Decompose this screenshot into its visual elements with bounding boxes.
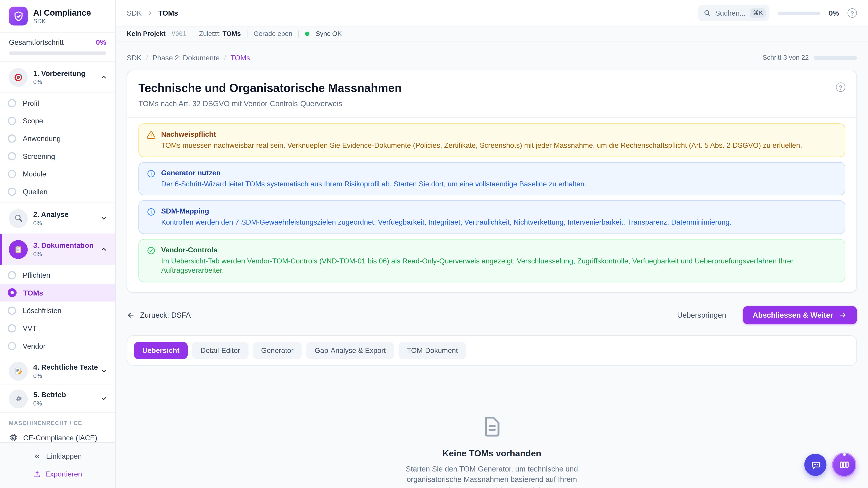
sidebar-section-vorbereitung[interactable]: 1. Vorbereitung 0% <box>0 62 115 93</box>
section-title: 4. Rechtliche Texte <box>33 363 95 371</box>
page-subtitle: TOMs nach Art. 32 DSGVO mit Vendor-Contr… <box>138 100 402 108</box>
sidebar-item-anwendung[interactable]: Anwendung <box>0 129 115 147</box>
sidebar-item-screening[interactable]: Screening <box>0 147 115 165</box>
check-circle-icon <box>147 246 156 255</box>
tab-detail-editor[interactable]: Detail-Editor <box>192 342 248 359</box>
radio-circle-icon <box>8 152 16 160</box>
alert-title: Vendor-Controls <box>161 246 837 254</box>
radio-circle-icon <box>8 99 16 107</box>
wizard-nav-row: Zurueck: DSFA Ueberspringen Abschliessen… <box>127 306 857 324</box>
columns-fab-button[interactable] <box>832 453 857 477</box>
breadcrumb-root[interactable]: SDK <box>127 9 142 17</box>
sidebar-item-loeschfristen[interactable]: Löschfristen <box>0 302 115 319</box>
section-pct: 0% <box>33 400 66 407</box>
sidebar-section-dokumentation[interactable]: 3. Dokumentation 0% <box>0 234 115 265</box>
sidebar-item-quellen[interactable]: Quellen <box>0 183 115 200</box>
header-progress-bar <box>778 11 820 15</box>
sidebar-item-toms[interactable]: TOMs <box>0 284 115 301</box>
divider <box>298 30 299 37</box>
page-crumb-phase[interactable]: Phase 2: Dokumente <box>152 53 219 62</box>
arrow-right-icon <box>839 311 847 319</box>
radio-circle-icon <box>8 187 16 196</box>
project-name: Kein Projekt <box>127 30 166 37</box>
page-breadcrumb: SDK / Phase 2: Dokumente / TOMs Schritt … <box>127 51 857 64</box>
last-visited: Zuletzt:TOMs <box>199 30 241 37</box>
next-label: Abschliessen & Weiter <box>753 311 833 319</box>
page-crumb-sdk[interactable]: SDK <box>127 53 142 62</box>
page-title: Technische und Organisatorische Massnahm… <box>138 81 402 95</box>
section-dokumentation-items: Pflichten TOMs Löschfristen VVT Vendor <box>0 265 115 357</box>
sidebar-section-betrieb[interactable]: 5. Betrieb 0% <box>0 385 115 413</box>
sidebar-item-ce-compliance[interactable]: CE-Compliance (IACE) <box>0 429 115 442</box>
sync-status-label: Sync OK <box>315 30 342 37</box>
arrow-left-icon <box>127 311 135 319</box>
chat-fab-button[interactable] <box>804 454 827 476</box>
section-pct: 0% <box>33 220 68 226</box>
search-input[interactable]: Suchen... ⌘K <box>698 5 770 21</box>
sidebar: AI Compliance SDK Gesamtfortschritt 0% 1… <box>0 0 116 488</box>
sidebar-section-analyse[interactable]: 2. Analyse 0% <box>0 203 115 234</box>
overall-progress-bar <box>9 52 106 55</box>
toms-card: Technische und Organisatorische Massnahm… <box>127 70 857 293</box>
app-logo-row: AI Compliance SDK <box>0 0 115 33</box>
step-progress-bar <box>814 56 857 59</box>
memo-icon <box>9 361 28 380</box>
skip-button[interactable]: Ueberspringen <box>674 311 730 320</box>
export-button[interactable]: Exportieren <box>0 465 115 483</box>
section-title: 2. Analyse <box>33 210 68 219</box>
radio-circle-icon <box>8 306 16 315</box>
alert-text: Im Uebersicht-Tab werden Vendor-TOM-Cont… <box>161 256 837 275</box>
breadcrumb: SDK TOMs <box>127 9 178 17</box>
sidebar-section-rechtliche-texte[interactable]: 4. Rechtliche Texte 0% <box>0 357 115 385</box>
help-icon[interactable]: ? <box>836 83 845 92</box>
overall-progress-label: Gesamtfortschritt <box>9 38 64 46</box>
sidebar-item-pflichten[interactable]: Pflichten <box>0 266 115 284</box>
app-window: AI Compliance SDK Gesamtfortschritt 0% 1… <box>0 0 868 488</box>
card-header: Technische und Organisatorische Massnahm… <box>127 70 856 118</box>
sidebar-item-scope[interactable]: Scope <box>0 112 115 129</box>
radio-circle-icon <box>8 134 16 142</box>
step-label: Schritt 3 von 22 <box>763 54 809 61</box>
chevron-down-icon <box>100 215 107 222</box>
keyboard-shortcut-badge: ⌘K <box>750 8 766 18</box>
chip-icon <box>9 433 18 442</box>
collapse-sidebar-button[interactable]: Einklappen <box>0 447 115 465</box>
chevron-right-icon <box>147 10 153 16</box>
group-label-maschinenrecht: MASCHINENRECHT / CE <box>0 413 115 429</box>
main-area: SDK TOMs Suchen... ⌘K 0% ? <box>116 0 868 488</box>
last-saved-time: Gerade eben <box>254 30 292 37</box>
alerts-list: Nachweispflicht TOMs muessen nachweisbar… <box>127 118 856 292</box>
section-pct: 0% <box>33 372 95 379</box>
divider <box>192 30 193 37</box>
radio-circle-icon <box>8 170 16 178</box>
sidebar-item-vendor[interactable]: Vendor <box>0 337 115 355</box>
alert-title: SDM-Mapping <box>161 207 732 216</box>
double-chevron-left-icon <box>33 452 41 460</box>
ce-compliance-label: CE-Compliance (IACE) <box>23 433 97 442</box>
page-crumb-current: TOMs <box>230 53 250 62</box>
statusbar: Kein Projekt V001 Zuletzt:TOMs Gerade eb… <box>116 27 868 41</box>
empty-state-text: Starten Sie den TOM Generator, um techni… <box>397 464 587 488</box>
alert-generator-nutzen: Generator nutzen Der 6-Schritt-Wizard le… <box>138 162 845 195</box>
tab-tom-dokument[interactable]: TOM-Dokument <box>399 342 466 359</box>
breadcrumb-separator: / <box>224 53 226 62</box>
sidebar-item-vvt[interactable]: VVT <box>0 319 115 337</box>
tab-generator[interactable]: Generator <box>253 342 302 359</box>
tab-gap-analyse-export[interactable]: Gap-Analyse & Export <box>306 342 394 359</box>
chevron-up-icon <box>100 246 107 253</box>
alert-text: Kontrollen werden den 7 SDM-Gewaehrleist… <box>161 218 732 227</box>
sync-status-dot <box>305 32 310 36</box>
radio-circle-icon <box>8 117 16 125</box>
help-icon[interactable]: ? <box>847 8 857 18</box>
chevron-up-icon <box>100 74 107 81</box>
sidebar-item-module[interactable]: Module <box>0 165 115 183</box>
alert-title: Generator nutzen <box>161 168 587 177</box>
alert-text: Der 6-Schritt-Wizard leitet TOMs systema… <box>161 179 587 189</box>
tab-uebersicht[interactable]: Uebersicht <box>134 342 188 359</box>
complete-next-button[interactable]: Abschliessen & Weiter <box>743 306 857 324</box>
section-vorbereitung-items: Profil Scope Anwendung Screening Module … <box>0 93 115 203</box>
document-icon <box>479 414 505 440</box>
back-button[interactable]: Zurueck: DSFA <box>127 311 191 319</box>
sidebar-item-profil[interactable]: Profil <box>0 94 115 111</box>
target-icon <box>9 68 28 87</box>
